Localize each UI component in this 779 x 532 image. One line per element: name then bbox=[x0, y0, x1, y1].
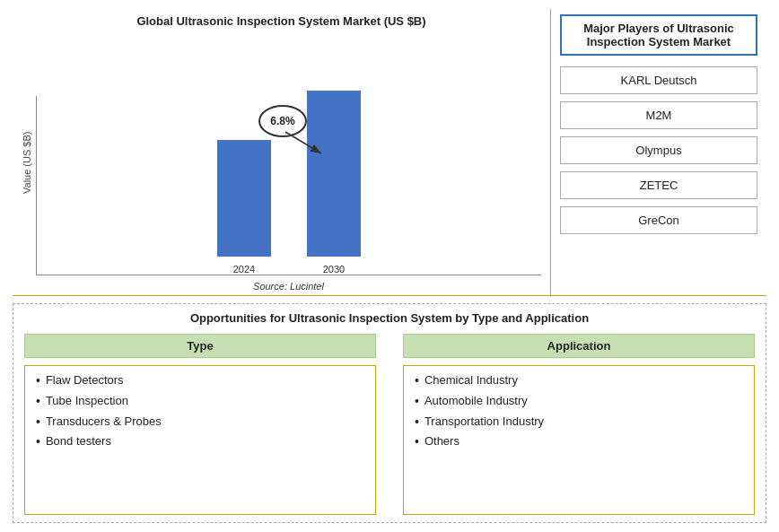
type-section: Type • Flaw Detectors • Tube Inspection … bbox=[24, 334, 376, 515]
bar-2024 bbox=[217, 140, 271, 257]
bar-label-2024: 2024 bbox=[233, 264, 255, 275]
bars-container: 6.8% bbox=[36, 96, 541, 275]
app-item-automobile: • Automobile Industry bbox=[415, 394, 743, 409]
players-title: Major Players of Ultrasonic Inspection S… bbox=[560, 14, 757, 56]
annotation-container: 6.8% bbox=[258, 105, 307, 137]
player-olympus: Olympus bbox=[560, 136, 757, 164]
bullet-1: • bbox=[36, 373, 40, 388]
application-items: • Chemical Industry • Automobile Industr… bbox=[403, 365, 755, 515]
bar-label-2030: 2030 bbox=[323, 264, 345, 275]
bar-group-2024: 2024 bbox=[217, 140, 271, 275]
bar-2030 bbox=[307, 91, 361, 257]
svg-line-1 bbox=[285, 132, 321, 153]
bullet-2: • bbox=[36, 394, 40, 409]
player-karl-deutsch: KARL Deutsch bbox=[560, 66, 757, 94]
type-item-transducers: • Transducers & Probes bbox=[36, 414, 364, 430]
application-section: Application • Chemical Industry • Automo… bbox=[403, 334, 755, 515]
top-section: Global Ultrasonic Inspection System Mark… bbox=[13, 9, 766, 296]
app-item-chemical-label: Chemical Industry bbox=[425, 373, 518, 387]
bar-group-2030: 2030 bbox=[307, 91, 361, 275]
type-item-bond: • Bond testers bbox=[36, 434, 364, 449]
bullet-4: • bbox=[36, 434, 40, 449]
y-axis-label: Value (US $B) bbox=[22, 33, 32, 292]
main-container: Global Ultrasonic Inspection System Mark… bbox=[0, 0, 779, 532]
bottom-content: Type • Flaw Detectors • Tube Inspection … bbox=[24, 334, 755, 515]
app-item-others: • Others bbox=[415, 434, 743, 449]
bullet-6: • bbox=[415, 394, 419, 409]
app-item-transportation-label: Transportation Industry bbox=[425, 414, 544, 428]
type-items: • Flaw Detectors • Tube Inspection • Tra… bbox=[24, 365, 376, 515]
type-item-bond-label: Bond testers bbox=[46, 434, 111, 448]
annotation-text: 6.8% bbox=[270, 115, 294, 127]
chart-wrapper: Value (US $B) 6.8% bbox=[22, 33, 541, 292]
type-header: Type bbox=[24, 334, 376, 358]
player-grecon: GreCon bbox=[560, 206, 757, 234]
annotation-arrow-svg bbox=[276, 130, 330, 157]
application-header: Application bbox=[403, 334, 755, 358]
players-area: Major Players of Ultrasonic Inspection S… bbox=[551, 9, 766, 295]
bullet-3: • bbox=[36, 414, 40, 430]
opportunities-title: Opportunities for Ultrasonic Inspection … bbox=[24, 311, 755, 325]
app-item-automobile-label: Automobile Industry bbox=[425, 394, 528, 407]
bottom-section: Opportunities for Ultrasonic Inspection … bbox=[13, 303, 766, 523]
app-item-others-label: Others bbox=[425, 434, 460, 448]
app-item-transportation: • Transportation Industry bbox=[415, 414, 743, 430]
type-item-tube: • Tube Inspection bbox=[36, 394, 364, 409]
bullet-5: • bbox=[415, 373, 419, 388]
chart-inner: 6.8% bbox=[36, 33, 541, 292]
type-item-flaw: • Flaw Detectors bbox=[36, 373, 364, 388]
type-item-transducers-label: Transducers & Probes bbox=[46, 414, 162, 428]
chart-area: Global Ultrasonic Inspection System Mark… bbox=[13, 9, 551, 295]
player-zetec: ZETEC bbox=[560, 171, 757, 199]
source-label: Source: Lucintel bbox=[36, 281, 541, 292]
type-item-flaw-label: Flaw Detectors bbox=[46, 373, 124, 387]
chart-title: Global Ultrasonic Inspection System Mark… bbox=[136, 14, 425, 28]
app-item-chemical: • Chemical Industry bbox=[415, 373, 743, 388]
player-m2m: M2M bbox=[560, 101, 757, 129]
bullet-7: • bbox=[415, 414, 419, 430]
type-item-tube-label: Tube Inspection bbox=[46, 394, 128, 407]
bullet-8: • bbox=[415, 434, 419, 449]
